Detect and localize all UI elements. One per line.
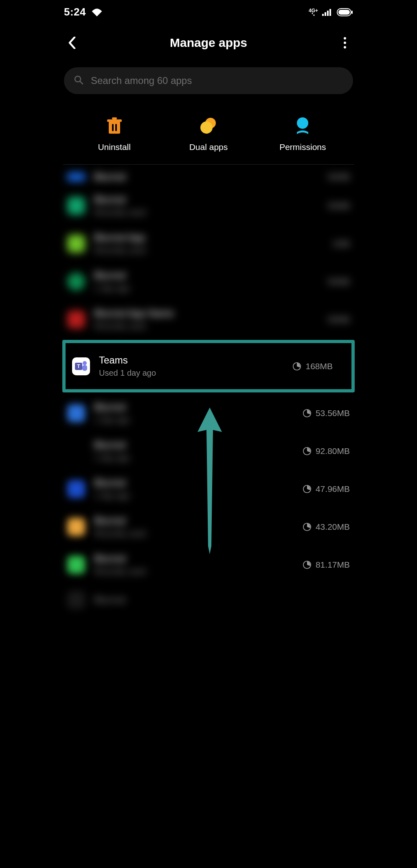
svg-rect-6 <box>351 11 353 14</box>
app-row[interactable]: Blurred AppRecently used 1MB <box>55 225 362 262</box>
svg-rect-20 <box>82 365 87 371</box>
svg-point-16 <box>297 117 308 129</box>
app-last-used: Used 1 day ago <box>99 368 283 378</box>
teams-app-icon: T <box>72 357 90 375</box>
storage-icon <box>303 560 312 569</box>
app-size: 168MB <box>305 361 333 371</box>
storage-icon <box>292 362 301 371</box>
svg-point-19 <box>83 361 87 365</box>
app-size: 47.96MB <box>316 484 350 494</box>
status-bar: 5:24 4G+ <box>55 0 362 22</box>
app-row[interactable]: BlurredRecently used 81.17MB <box>55 546 362 584</box>
storage-icon <box>303 447 312 456</box>
app-row[interactable]: BlurredRecently used 43.20MB <box>55 508 362 546</box>
app-row[interactable]: Blurred 50MB <box>55 167 362 187</box>
svg-text:T: T <box>77 364 80 369</box>
app-row[interactable]: Blurred1 day ago 50MB <box>55 262 362 300</box>
svg-rect-11 <box>112 117 117 119</box>
app-name: Teams <box>99 355 283 366</box>
storage-icon <box>303 409 312 418</box>
app-size: 43.20MB <box>316 522 350 532</box>
app-row[interactable]: Blurred <box>55 584 362 616</box>
svg-rect-12 <box>112 124 114 131</box>
permissions-action[interactable]: Permissions <box>256 117 349 152</box>
uninstall-action[interactable]: Uninstall <box>68 117 161 152</box>
status-time: 5:24 <box>64 6 86 18</box>
app-row[interactable]: Blurred1 day ago 53.56MB <box>55 394 362 432</box>
app-size: 53.56MB <box>316 408 350 418</box>
dual-apps-icon <box>200 117 217 135</box>
svg-rect-10 <box>107 119 122 122</box>
action-row: Uninstall Dual apps Permissions <box>63 94 354 165</box>
app-row-teams[interactable]: T Teams Used 1 day ago 168MB <box>66 343 339 389</box>
app-row[interactable]: Blurred App NameRecently used 50MB <box>55 300 362 338</box>
dual-apps-action[interactable]: Dual apps <box>162 117 255 152</box>
chevron-left-icon <box>68 37 76 49</box>
svg-rect-1 <box>325 12 326 16</box>
network-type-label: 4G+ <box>309 9 318 16</box>
search-icon <box>74 75 83 86</box>
svg-point-7 <box>75 76 81 82</box>
app-size: 92.80MB <box>316 446 350 456</box>
svg-rect-0 <box>322 14 324 16</box>
back-button[interactable] <box>64 35 80 51</box>
wifi-icon <box>92 8 102 16</box>
search-input[interactable] <box>91 75 343 86</box>
battery-icon <box>337 8 353 16</box>
uninstall-label: Uninstall <box>98 142 131 152</box>
permissions-icon <box>294 117 312 135</box>
signal-icon <box>322 9 333 16</box>
app-size: 81.17MB <box>316 560 350 570</box>
svg-rect-13 <box>115 124 117 131</box>
app-row[interactable]: Blurred1 day ago 92.80MB <box>55 432 362 470</box>
dual-apps-label: Dual apps <box>189 142 228 152</box>
svg-rect-3 <box>329 9 331 16</box>
svg-point-15 <box>200 121 213 134</box>
permissions-label: Permissions <box>279 142 326 152</box>
svg-rect-5 <box>338 10 350 15</box>
storage-icon <box>303 485 312 493</box>
storage-icon <box>303 522 312 531</box>
svg-rect-9 <box>109 121 120 134</box>
search-field[interactable] <box>64 67 353 94</box>
app-row[interactable]: BlurredRecently used 50MB <box>55 187 362 225</box>
svg-line-8 <box>80 82 83 84</box>
svg-rect-2 <box>327 11 329 16</box>
app-list: Blurred 50MB BlurredRecently used 50MB B… <box>55 165 362 616</box>
highlight-annotation: T Teams Used 1 day ago 168MB <box>62 340 355 392</box>
page-title: Manage apps <box>80 36 337 50</box>
app-header: Manage apps <box>55 22 362 67</box>
more-options-button[interactable] <box>337 35 353 51</box>
trash-icon <box>105 117 123 135</box>
app-row[interactable]: Blurred1 day ago 47.96MB <box>55 470 362 508</box>
more-vertical-icon <box>344 37 346 40</box>
